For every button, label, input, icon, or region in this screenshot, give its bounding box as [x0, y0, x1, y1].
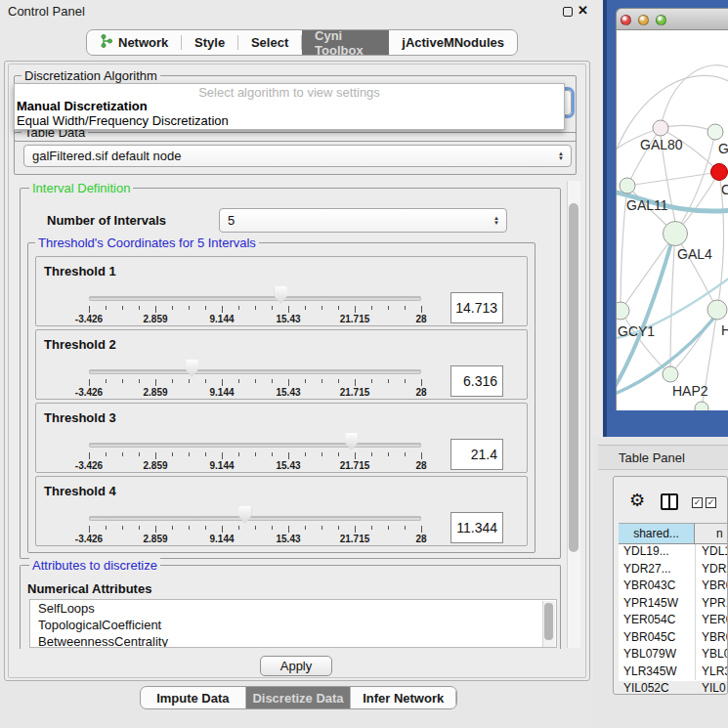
algorithm-dropdown-popup: Select algorithm to view settings Manual…	[14, 83, 565, 130]
scale-tick	[238, 379, 239, 383]
slider-thumb[interactable]	[186, 360, 198, 377]
network-node[interactable]	[653, 120, 668, 136]
network-node[interactable]	[707, 300, 727, 320]
network-edge	[661, 65, 728, 128]
table-row[interactable]: YER054C YER0	[619, 613, 728, 630]
network-canvas[interactable]: GAL80GCGAL11GAL4GCY1HHAP2	[616, 30, 728, 410]
bottom-tab[interactable]: Infer Network	[351, 687, 456, 708]
network-window-titlebar[interactable]	[616, 8, 728, 30]
slider-thumb[interactable]	[238, 506, 251, 524]
scale-tick	[122, 379, 123, 383]
tab[interactable]: Style	[182, 30, 237, 55]
slider-track[interactable]	[89, 369, 421, 374]
tab[interactable]: Select	[238, 30, 301, 55]
table-row[interactable]: YBL079W YBL0	[619, 647, 728, 664]
close-icon[interactable]: ✕	[578, 3, 588, 18]
slider-thumb[interactable]	[275, 286, 287, 304]
tab-label: Cyni Toolbox	[315, 29, 376, 56]
node-label: C	[721, 182, 728, 197]
network-node[interactable]	[620, 178, 635, 193]
number-of-intervals-combo[interactable]: 5 ▲▼	[219, 208, 507, 233]
scale-tick	[189, 452, 190, 456]
scale-tick	[321, 379, 322, 383]
threshold-value-field[interactable]: 21.4	[450, 439, 503, 470]
network-node[interactable]	[664, 222, 688, 246]
list-item[interactable]: BetweennessCentrality	[30, 633, 556, 648]
scale-tick	[189, 526, 190, 530]
scale-tick	[288, 452, 289, 459]
column-settings-icon[interactable]	[661, 493, 678, 510]
network-node[interactable]	[663, 366, 678, 382]
list-scrollbar-thumb[interactable]	[544, 603, 553, 640]
table-row[interactable]: YLR345W YLR3	[619, 664, 728, 682]
tab[interactable]: Cyni Toolbox	[302, 30, 389, 55]
scale-tick	[272, 306, 273, 310]
apply-button[interactable]: Apply	[260, 656, 332, 676]
scale-tick	[288, 306, 289, 313]
close-traffic-light[interactable]	[621, 15, 631, 25]
table-row[interactable]: YIL052C YIL0	[619, 681, 728, 695]
table-row[interactable]: YBR043C YBR0	[619, 578, 728, 596]
slider-track[interactable]	[89, 443, 421, 448]
number-of-intervals-value: 5	[228, 213, 235, 228]
bottom-tab[interactable]: Impute Data	[141, 687, 246, 708]
checkbox-icon[interactable]: ✓	[706, 497, 716, 508]
slider-thumb[interactable]	[345, 433, 358, 450]
scale-tick	[321, 306, 322, 310]
threshold-value-field[interactable]: 6.316	[450, 365, 503, 397]
scale-tick	[155, 379, 156, 386]
scale-tick	[405, 379, 406, 383]
table-row[interactable]: YPR145W YPR1	[619, 596, 728, 614]
scale-tick	[355, 379, 356, 386]
network-node[interactable]	[707, 124, 723, 140]
scale-tick	[139, 452, 140, 456]
threshold-value-field[interactable]: 14.713	[450, 292, 503, 323]
scale-tick-label: 15.43	[276, 314, 300, 324]
column-header-name[interactable]: n	[695, 523, 728, 544]
table-panel-title: Table Panel	[619, 450, 685, 465]
node-label: GAL11	[626, 197, 668, 213]
list-item[interactable]: TopologicalCoefficient	[30, 617, 556, 633]
table-data-combo-value: galFiltered.sif default node	[32, 149, 181, 163]
gear-icon[interactable]: ⚙	[629, 492, 645, 509]
scale-tick	[371, 526, 372, 530]
checkbox-icon[interactable]: ✓	[692, 497, 703, 508]
scale-tick	[205, 306, 206, 310]
list-scrollbar-track[interactable]	[542, 601, 555, 648]
bottom-tab[interactable]: Discretize Data	[246, 687, 352, 708]
scale-tick	[106, 452, 107, 456]
network-node[interactable]	[711, 164, 728, 181]
threshold-value-field[interactable]: 11.344	[450, 512, 503, 543]
scale-tick	[288, 526, 289, 533]
column-header-shared[interactable]: shared...	[619, 523, 695, 544]
scale-tick-label: 21.715	[340, 460, 370, 471]
network-node[interactable]	[617, 302, 629, 320]
scale-tick-label: 28	[415, 460, 426, 471]
scale-tick	[338, 526, 339, 530]
table-row[interactable]: YBR045C YBR0	[619, 630, 728, 648]
scale-tick	[238, 306, 239, 310]
zoom-traffic-light[interactable]	[656, 15, 666, 25]
scale-tick	[272, 452, 273, 456]
scale-tick	[222, 526, 223, 533]
tab[interactable]: jActiveMNodules	[389, 30, 517, 55]
slider-track[interactable]	[89, 516, 421, 521]
table-row[interactable]: YDL19... YDL1	[619, 544, 728, 562]
tab-label: Style	[194, 35, 225, 50]
network-node[interactable]	[695, 402, 708, 410]
tab[interactable]: Network	[87, 30, 181, 55]
dropdown-option[interactable]: Manual Discretization	[17, 99, 148, 113]
list-item[interactable]: SelfLoops	[30, 600, 556, 617]
threshold-label: Threshold 4	[44, 484, 116, 498]
float-window-icon[interactable]	[563, 7, 573, 17]
slider-track[interactable]	[89, 296, 421, 301]
scale-tick	[222, 379, 223, 386]
dropdown-option[interactable]: Equal Width/Frequency Discretization	[17, 113, 229, 128]
minimize-traffic-light[interactable]	[638, 15, 649, 25]
table-row[interactable]: YDR27... YDR2	[619, 562, 728, 579]
scale-tick	[272, 526, 273, 530]
panel-scrollbar-thumb[interactable]	[569, 203, 578, 552]
panel-title: Control Panel	[8, 4, 85, 19]
table-data-combo[interactable]: galFiltered.sif default node ▲▼	[23, 145, 572, 167]
scale-tick	[288, 379, 289, 386]
